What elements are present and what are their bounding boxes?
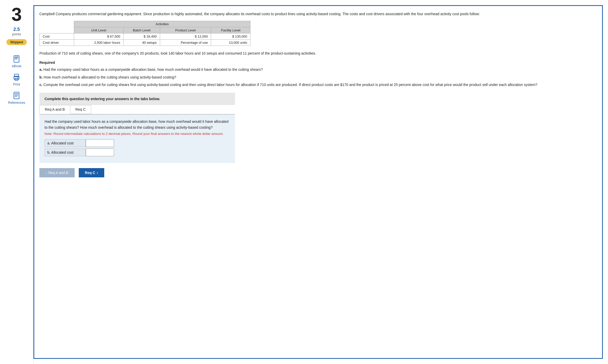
- question-number: 3: [11, 5, 22, 24]
- svg-rect-2: [15, 58, 18, 58]
- chevron-right-icon: [97, 171, 98, 175]
- sidebar-item-references[interactable]: References: [8, 91, 25, 105]
- references-icon: [12, 91, 21, 100]
- col-unit-level: Unit Level: [74, 27, 123, 33]
- activities-table: Activities Unit Level Batch Level Produc…: [39, 21, 250, 46]
- answer-area: Had the company used labor hours as a co…: [39, 115, 235, 163]
- tabs-row: Req A and B Req C: [39, 105, 235, 115]
- answer-question-text: Had the company used labor hours as a co…: [45, 119, 230, 130]
- row1-c2: $ 18,400: [124, 33, 160, 40]
- req-a: a. Had the company used labor hours as a…: [39, 67, 594, 73]
- req-a-letter: a.: [39, 67, 44, 72]
- btn-req-ab[interactable]: Req A and B: [39, 168, 75, 177]
- svg-rect-9: [15, 93, 18, 94]
- table-blank-header: [40, 21, 74, 27]
- production-note: Production of 710 sets of cutting shears…: [39, 50, 594, 56]
- svg-rect-8: [14, 92, 19, 99]
- btn-req-c[interactable]: Req C: [79, 168, 104, 177]
- req-b-text: How much overhead is allocated to the cu…: [44, 75, 176, 79]
- row2-label: Cost driver: [40, 40, 74, 46]
- col-product-level: Product Level: [160, 27, 211, 33]
- sidebar-item-ebook[interactable]: eBook: [12, 55, 21, 68]
- answer-row-b: b. Allocated cost: [45, 149, 230, 156]
- table-row-driver: Cost driver 2,500 labor hours 40 setups …: [40, 40, 250, 46]
- sidebar-item-print[interactable]: Print: [12, 73, 21, 86]
- chevron-left-icon: [46, 171, 47, 175]
- answer-label-a: a. Allocated cost: [45, 139, 86, 147]
- answer-input-b[interactable]: [86, 149, 114, 156]
- row2-c3: Percentage of use: [160, 40, 211, 46]
- skipped-badge: Skipped: [6, 39, 27, 45]
- row1-c1: $ 67,500: [74, 33, 123, 40]
- row2-c4: 13,000 units: [211, 40, 250, 46]
- svg-rect-11: [15, 96, 17, 97]
- row2-c2: 40 setups: [124, 40, 160, 46]
- svg-rect-1: [15, 57, 18, 57]
- activities-header: Activities: [74, 21, 250, 27]
- sidebar-nav: eBook Print: [8, 55, 25, 105]
- answer-input-a[interactable]: [86, 139, 114, 147]
- req-c-text: Compute the overhead cost per unit for c…: [44, 83, 537, 87]
- req-c: c. Compute the overhead cost per unit fo…: [39, 82, 594, 88]
- points-label: points: [12, 32, 21, 36]
- svg-point-7: [18, 77, 19, 78]
- complete-notice: Complete this question by entering your …: [39, 93, 235, 105]
- svg-rect-3: [15, 59, 17, 59]
- answer-label-b: b. Allocated cost: [45, 149, 86, 156]
- row1-c3: $ 12,000: [160, 33, 211, 40]
- ebook-label: eBook: [12, 64, 21, 68]
- print-label: Print: [13, 82, 20, 86]
- table-blank-subheader: [40, 27, 74, 33]
- req-b: b. How much overhead is allocated to the…: [39, 74, 594, 81]
- req-c-letter: c.: [39, 83, 44, 87]
- required-label: Required: [39, 60, 594, 65]
- req-b-letter: b.: [39, 75, 44, 79]
- svg-rect-10: [15, 95, 18, 95]
- sidebar: 3 2.5 points Skipped eBook: [0, 0, 33, 364]
- problem-intro: Campbell Company produces commercial gar…: [39, 11, 594, 17]
- print-icon: [12, 73, 21, 81]
- main-content: Campbell Company produces commercial gar…: [33, 5, 603, 359]
- tab-req-c[interactable]: Req C: [70, 105, 91, 114]
- answer-row-a: a. Allocated cost: [45, 139, 230, 147]
- table-row-cost: Cost $ 67,500 $ 18,400 $ 12,000 $ 130,00…: [40, 33, 250, 40]
- row1-label: Cost: [40, 33, 74, 40]
- row1-c4: $ 130,000: [211, 33, 250, 40]
- nav-buttons: Req A and B Req C: [39, 168, 594, 177]
- points-value: 2.5: [13, 27, 20, 32]
- references-label: References: [8, 101, 25, 105]
- col-facility-level: Facility Level: [211, 27, 250, 33]
- col-batch-level: Batch Level: [124, 27, 160, 33]
- req-a-text: Had the company used labor hours as a co…: [44, 67, 263, 72]
- tab-req-ab[interactable]: Req A and B: [39, 105, 70, 114]
- ebook-icon: [12, 55, 21, 63]
- row2-c1: 2,500 labor hours: [74, 40, 123, 46]
- note-text: Note: Round intermediate calculations to…: [45, 132, 230, 136]
